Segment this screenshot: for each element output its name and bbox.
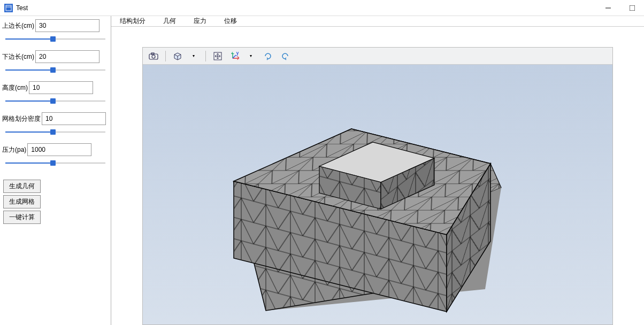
param-row-mesh-density: 网格划分密度 (0, 109, 111, 125)
param-label: 网格划分密度 (2, 114, 41, 123)
mesh-rendering (143, 65, 612, 324)
tab-stress[interactable]: 应力 (185, 16, 216, 26)
viewer-area: ▾ zxy ▾ (111, 27, 644, 325)
sidebar: 上边长(cm) 下边长(cm) 高度(cm) 网格划分密度 (0, 16, 111, 325)
svg-rect-0 (6, 5, 11, 11)
rotate-ccw-icon[interactable] (278, 49, 293, 63)
param-label: 下边长(cm) (2, 52, 34, 61)
param-label: 压力(pa) (2, 145, 26, 154)
app-icon (4, 4, 13, 12)
param-row-height: 高度(cm) (0, 78, 111, 94)
param-row-upper-length: 上边长(cm) (0, 16, 111, 32)
svg-text:z: z (231, 52, 234, 56)
mesh-density-slider[interactable] (0, 125, 111, 138)
compute-button[interactable]: 一键计算 (3, 211, 41, 224)
viewer-toolbar: ▾ zxy ▾ (143, 48, 612, 65)
camera-icon[interactable] (146, 49, 161, 63)
svg-text:y: y (236, 52, 239, 56)
param-row-lower-length: 下边长(cm) (0, 47, 111, 63)
generate-mesh-button[interactable]: 生成网格 (3, 195, 41, 208)
action-buttons: 生成几何 生成网格 一键计算 (0, 169, 111, 229)
generate-geometry-button[interactable]: 生成几何 (3, 180, 41, 193)
pressure-slider[interactable] (0, 156, 111, 169)
upper-length-input[interactable] (35, 19, 99, 32)
maximize-button[interactable] (620, 0, 644, 16)
height-slider[interactable] (0, 94, 111, 107)
param-row-pressure: 压力(pa) (0, 140, 111, 156)
param-label: 上边长(cm) (2, 21, 34, 30)
pressure-input[interactable] (27, 143, 91, 156)
svg-rect-3 (630, 5, 635, 11)
viewer-frame: ▾ zxy ▾ (142, 47, 613, 325)
cube-view-icon[interactable] (170, 49, 185, 63)
mesh-density-input[interactable] (42, 112, 106, 125)
window-controls (596, 0, 644, 16)
svg-point-5 (152, 55, 155, 58)
upper-length-slider[interactable] (0, 32, 111, 45)
height-input[interactable] (29, 81, 93, 94)
minimize-button[interactable] (596, 0, 620, 16)
content-area: 结构划分 几何 应力 位移 ▾ (111, 16, 644, 325)
3d-viewport[interactable] (143, 65, 612, 324)
tab-structure[interactable]: 结构划分 (111, 16, 155, 26)
lower-length-slider[interactable] (0, 63, 111, 76)
tab-geometry[interactable]: 几何 (155, 16, 185, 26)
lower-length-input[interactable] (35, 50, 99, 63)
tabs: 结构划分 几何 应力 位移 (111, 16, 644, 27)
tab-displacement[interactable]: 位移 (216, 16, 246, 26)
param-label: 高度(cm) (2, 83, 28, 92)
titlebar: Test (0, 0, 644, 16)
cube-view-dropdown[interactable]: ▾ (186, 49, 201, 63)
axis-icon[interactable]: zxy (227, 49, 242, 63)
fit-view-icon[interactable] (210, 49, 225, 63)
axis-dropdown[interactable]: ▾ (243, 49, 258, 63)
rotate-cw-icon[interactable] (260, 49, 275, 63)
window-title: Test (16, 4, 28, 12)
